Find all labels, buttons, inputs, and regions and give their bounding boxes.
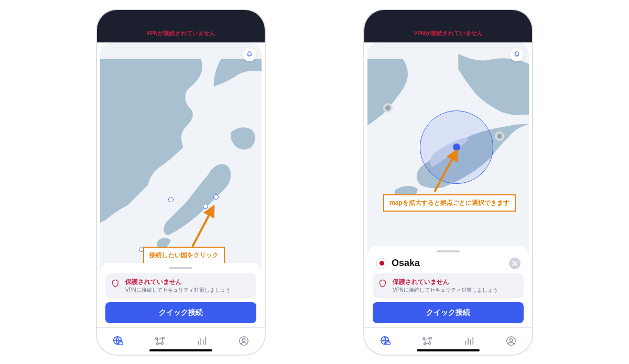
globe-lock-icon (379, 335, 391, 347)
profile-icon (238, 335, 250, 347)
bars-icon (196, 335, 208, 347)
server-pin[interactable] (213, 194, 219, 200)
tab-meshnet[interactable] (153, 334, 167, 348)
bell-icon (246, 51, 253, 58)
close-icon (512, 261, 517, 266)
phone-left: VPNが接続されていません 接続したい国をクリック (97, 10, 265, 355)
home-indicator[interactable] (417, 349, 480, 351)
svg-point-17 (429, 343, 431, 345)
tab-profile[interactable] (236, 334, 251, 348)
svg-rect-3 (119, 342, 123, 345)
protection-subtitle: VPNに接続してセキュリティ対策しましょう (125, 286, 231, 294)
globe-lock-icon (112, 335, 124, 347)
status-bar: VPNが接続されていません (97, 10, 265, 42)
home-indicator[interactable] (149, 349, 212, 351)
svg-point-6 (157, 343, 159, 345)
svg-rect-13 (386, 342, 390, 345)
flag-jp-icon (376, 258, 387, 269)
map-area[interactable]: 接続したい国をクリック 保護されていません VPNに接続してセキュリティ対策しま… (100, 42, 262, 327)
tab-vpn[interactable] (111, 334, 125, 348)
tab-meshnet[interactable] (420, 334, 435, 348)
notifications-button[interactable] (243, 48, 256, 61)
panel-handle[interactable] (169, 267, 192, 269)
notifications-button[interactable] (510, 48, 524, 61)
protection-title: 保護されていません (125, 278, 231, 286)
annotation-callout: 接続したい国をクリック (143, 247, 225, 264)
profile-icon (505, 335, 517, 347)
quick-connect-button[interactable]: クイック接続 (105, 302, 256, 323)
vpn-status-label: VPNが接続されていません (364, 30, 532, 37)
annotation-callout: mapを拡大すると拠点ごとに選択できます (383, 194, 516, 212)
svg-point-7 (161, 343, 164, 345)
mesh-icon (421, 335, 433, 347)
server-pin[interactable] (203, 204, 208, 209)
mesh-icon (154, 335, 166, 347)
svg-point-14 (423, 338, 425, 340)
clear-selection-button[interactable] (509, 258, 520, 269)
tab-stats[interactable] (462, 334, 476, 348)
svg-point-9 (242, 338, 245, 341)
protection-title: 保護されていません (393, 278, 498, 286)
svg-point-19 (509, 338, 513, 341)
svg-point-4 (156, 338, 158, 340)
server-pin[interactable] (168, 197, 173, 202)
tab-vpn[interactable] (378, 334, 393, 348)
status-bar: VPNが接続されていません (364, 10, 532, 42)
server-pin-disabled[interactable] (495, 131, 504, 141)
bars-icon (463, 335, 475, 347)
bottom-panel: Osaka 保護されていません VPNに接続してセキュリティ対策しましょう クイ… (367, 246, 529, 327)
panel-handle[interactable] (437, 250, 460, 252)
protection-status-card: 保護されていません VPNに接続してセキュリティ対策しましょう (373, 273, 524, 298)
shield-icon (378, 279, 387, 290)
server-pin-selected[interactable] (453, 144, 460, 151)
server-pin-disabled[interactable] (383, 103, 393, 113)
svg-point-16 (424, 343, 426, 345)
quick-connect-button[interactable]: クイック接続 (373, 302, 524, 323)
bell-icon (513, 51, 520, 58)
phone-right: VPNが接続されていません mapを拡大すると拠点ごとに選択できます (364, 10, 532, 355)
svg-point-5 (162, 337, 165, 339)
tab-profile[interactable] (504, 334, 518, 348)
protection-status-card: 保護されていません VPNに接続してセキュリティ対策しましょう (105, 273, 256, 298)
selected-location-row: Osaka (373, 257, 524, 269)
bottom-panel: 保護されていません VPNに接続してセキュリティ対策しましょう クイック接続 (100, 263, 262, 327)
vpn-status-label: VPNが接続されていません (97, 30, 265, 37)
tab-stats[interactable] (194, 334, 209, 348)
svg-point-15 (430, 337, 432, 339)
map-area[interactable]: mapを拡大すると拠点ごとに選択できます Osaka 保護されていません VPN… (367, 42, 529, 327)
selected-location-name: Osaka (392, 258, 420, 269)
shield-icon (111, 279, 120, 290)
protection-subtitle: VPNに接続してセキュリティ対策しましょう (393, 286, 498, 294)
